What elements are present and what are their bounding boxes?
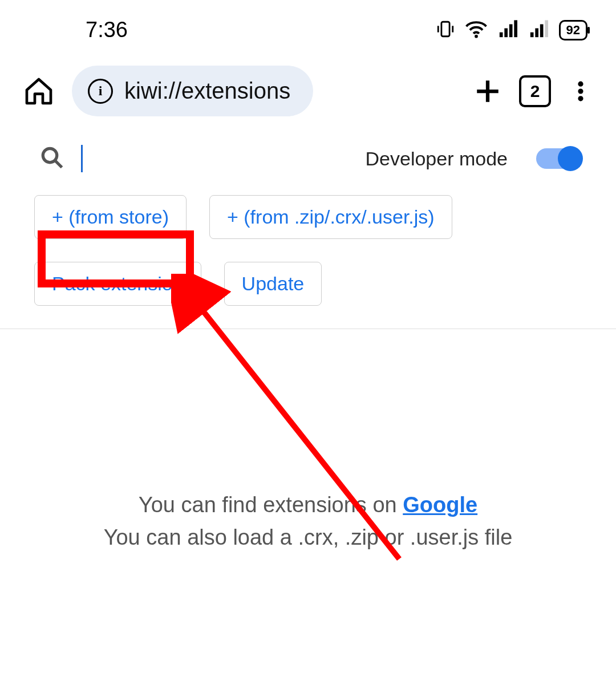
svg-rect-11 <box>545 20 548 37</box>
from-file-button[interactable]: + (from .zip/.crx/.user.js) <box>209 195 452 239</box>
new-tab-icon[interactable] <box>473 77 502 106</box>
status-icons: 92 <box>436 19 587 41</box>
developer-mode-toggle[interactable] <box>536 148 582 169</box>
pack-extension-button[interactable]: Pack extension <box>34 262 201 306</box>
status-bar: 7:36 92 <box>0 0 616 54</box>
wifi-icon <box>465 19 487 41</box>
svg-point-17 <box>43 148 57 163</box>
signal-icon-1 <box>497 19 518 41</box>
search-cursor <box>81 145 83 172</box>
svg-line-18 <box>55 160 62 167</box>
google-link[interactable]: Google <box>403 493 477 517</box>
svg-point-14 <box>578 81 583 86</box>
empty-line1-prefix: You can find extensions on <box>139 493 403 517</box>
home-icon[interactable] <box>23 75 55 107</box>
from-store-button[interactable]: + (from store) <box>34 195 187 239</box>
developer-mode-label: Developer mode <box>366 148 508 170</box>
empty-state: You can find extensions on Google You ca… <box>0 329 616 554</box>
menu-icon[interactable] <box>568 75 593 107</box>
search-area[interactable] <box>40 145 348 172</box>
extensions-toolbar: Developer mode <box>0 133 616 178</box>
browser-bar: i kiwi://extensions 2 <box>0 54 616 133</box>
svg-point-16 <box>578 96 583 101</box>
signal-icon-2 <box>528 19 549 41</box>
url-text: kiwi://extensions <box>124 78 290 104</box>
action-buttons: + (from store) + (from .zip/.crx/.user.j… <box>0 178 616 329</box>
update-button[interactable]: Update <box>224 262 322 306</box>
svg-rect-7 <box>514 20 517 37</box>
svg-point-15 <box>578 88 583 94</box>
svg-rect-6 <box>509 24 512 37</box>
toggle-knob <box>558 146 583 171</box>
battery-indicator: 92 <box>559 20 587 40</box>
site-info-icon[interactable]: i <box>88 79 113 104</box>
svg-rect-0 <box>441 22 449 37</box>
empty-line2: You can also load a .crx, .zip or .user.… <box>29 521 587 554</box>
svg-rect-9 <box>535 28 538 37</box>
address-bar[interactable]: i kiwi://extensions <box>72 66 313 116</box>
status-time: 7:36 <box>86 18 128 42</box>
svg-rect-5 <box>504 28 508 37</box>
vibrate-icon <box>436 19 455 41</box>
search-icon[interactable] <box>40 145 64 172</box>
svg-point-3 <box>475 34 478 38</box>
svg-rect-4 <box>499 32 502 37</box>
svg-rect-10 <box>540 24 543 37</box>
svg-rect-8 <box>530 32 533 37</box>
tabs-button[interactable]: 2 <box>519 75 551 107</box>
